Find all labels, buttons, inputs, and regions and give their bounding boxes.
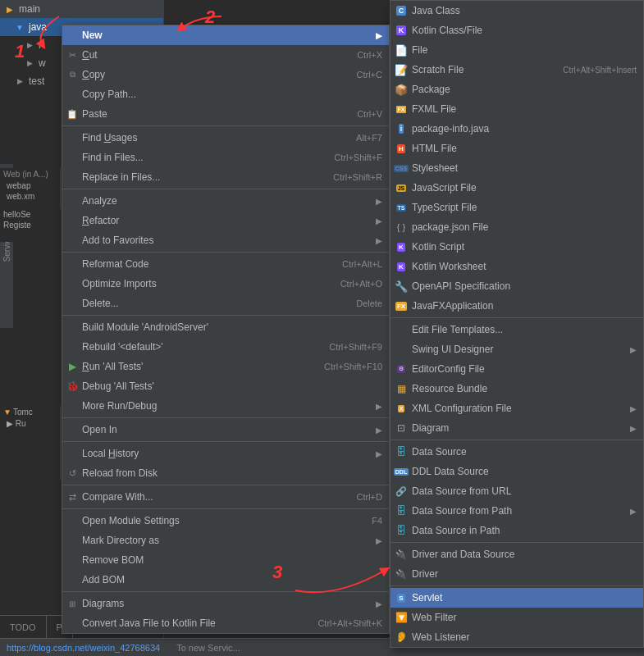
right-menu-package-info[interactable]: i package-info.java (391, 119, 643, 139)
right-menu-scratch-file[interactable]: 📝 Scratch File Ctrl+Alt+Shift+Insert (391, 60, 643, 80)
webapp-item: webap (0, 180, 60, 191)
right-menu-data-source[interactable]: 🗄 Data Source (391, 442, 643, 462)
menu-item-debug-tests[interactable]: 🐞 Debug 'All Tests' (62, 376, 389, 396)
right-menu-servlet[interactable]: S Servlet (391, 588, 643, 608)
menu-item-find-files[interactable]: Find in Files... Ctrl+Shift+F (62, 148, 389, 167)
run-icon: ▶ (66, 360, 79, 373)
java-class-icon: C (394, 3, 409, 18)
menu-item-copy-path[interactable]: Copy Path... (62, 84, 389, 104)
menu-item-copy[interactable]: ⧉ Copy Ctrl+C (62, 65, 389, 84)
driver-ds-icon: 🔌 (394, 547, 409, 562)
tree-item-main[interactable]: ▶ main (0, 0, 163, 18)
menu-item-refactor[interactable]: Refactor ▶ (62, 211, 389, 230)
java-class-label: Java Class (412, 5, 637, 16)
compare-icon: ⇄ (66, 490, 79, 503)
right-menu-kotlin-script[interactable]: K Kotlin Script (391, 237, 643, 257)
right-menu-resource-bundle[interactable]: ▦ Resource Bundle (391, 379, 643, 399)
convert-java-shortcut: Ctrl+Alt+Shift+K (317, 618, 382, 628)
menu-item-local-history[interactable]: Local History ▶ (62, 444, 389, 463)
menu-item-convert-java[interactable]: Convert Java File to Kotlin File Ctrl+Al… (62, 613, 389, 633)
refactor-arrow: ▶ (376, 216, 382, 226)
open-in-label: Open In (82, 424, 369, 435)
chevron-icon: ▶ (23, 57, 36, 70)
replace-files-label: Replace in Files... (82, 171, 317, 183)
xml-config-label: XML Configuration File (412, 403, 627, 414)
driver-label: Driver (412, 568, 637, 580)
tree-label: java (29, 21, 47, 33)
right-menu-java-class[interactable]: C Java Class (391, 1, 643, 20)
menu-item-rebuild[interactable]: Rebuild '<default>' Ctrl+Shift+F9 (62, 337, 389, 357)
right-menu-ts[interactable]: TS TypeScript File (391, 198, 643, 217)
menu-item-run-tests[interactable]: ▶ Run 'All Tests' Ctrl+Shift+F10 (62, 357, 389, 376)
right-menu-ddl-source[interactable]: DDL DDL Data Source (391, 462, 643, 481)
web-listener-label: Web Listener (412, 631, 637, 643)
right-menu-driver[interactable]: 🔌 Driver (391, 564, 643, 584)
right-menu-openapi[interactable]: 🔧 OpenAPI Specification (391, 276, 643, 296)
menu-item-favorites[interactable]: Add to Favorites ▶ (62, 230, 389, 250)
right-menu-diagram[interactable]: ⊡ Diagram ▶ (391, 418, 643, 438)
right-menu-package-json[interactable]: { } package.json File (391, 217, 643, 237)
kotlin-script-label: Kotlin Script (412, 241, 637, 253)
right-menu-editorconfig[interactable]: ⚙ EditorConfig File (391, 359, 643, 379)
menu-item-paste[interactable]: 📋 Paste Ctrl+V (62, 104, 389, 124)
menu-item-cut[interactable]: ✂ Cut Ctrl+X (62, 45, 389, 65)
right-separator-3 (391, 542, 643, 543)
right-menu-kotlin-ws[interactable]: K Kotlin Worksheet (391, 257, 643, 276)
right-menu-xml-config[interactable]: X XML Configuration File ▶ (391, 399, 643, 418)
menu-item-optimize[interactable]: Optimize Imports Ctrl+Alt+O (62, 274, 389, 294)
menu-item-module-settings[interactable]: Open Module Settings F4 (62, 511, 389, 531)
paste-shortcut: Ctrl+V (357, 109, 382, 119)
right-menu-html[interactable]: H HTML File (391, 139, 643, 158)
menu-item-remove-bom[interactable]: Remove BOM (62, 550, 389, 570)
menu-item-replace-files[interactable]: Replace in Files... Ctrl+Shift+R (62, 167, 389, 187)
menu-item-compare[interactable]: ⇄ Compare With... Ctrl+D (62, 487, 389, 507)
right-menu-web-listener[interactable]: 👂 Web Listener (391, 627, 643, 647)
right-menu-stylesheet[interactable]: CSS Stylesheet (391, 158, 643, 178)
local-history-arrow: ▶ (376, 449, 382, 458)
menu-item-build-module[interactable]: Build Module 'AndroidServer' (62, 317, 389, 337)
tab-todo[interactable]: TODO (0, 615, 47, 638)
menu-item-add-bom[interactable]: Add BOM (62, 570, 389, 590)
menu-item-diagrams[interactable]: ⊞ Diagrams ▶ (62, 594, 389, 613)
kotlin-class-label: Kotlin Class/File (412, 25, 637, 36)
refactor-label: Refactor (82, 215, 369, 226)
menu-item-more-run[interactable]: More Run/Debug ▶ (62, 396, 389, 416)
right-menu-source-in-path[interactable]: 🗄 Data Source in Path (391, 521, 643, 540)
separator-7 (62, 485, 389, 485)
menu-item-mark-directory[interactable]: Mark Directory as ▶ (62, 531, 389, 550)
editorconfig-icon: ⚙ (394, 362, 409, 376)
menu-item-reload-disk[interactable]: ↺ Reload from Disk (62, 463, 389, 483)
right-menu-driver-ds[interactable]: 🔌 Driver and Data Source (391, 544, 643, 564)
right-menu-file[interactable]: 📄 File (391, 40, 643, 60)
tree-label: w (39, 57, 46, 69)
right-menu-javafx[interactable]: FX JavaFXApplication (391, 296, 643, 316)
optimize-label: Optimize Imports (82, 278, 324, 289)
ddl-source-icon: DDL (394, 464, 409, 479)
right-menu-fxml[interactable]: FX FXML File (391, 99, 643, 119)
menu-item-open-in[interactable]: Open In ▶ (62, 420, 389, 440)
right-menu-source-url[interactable]: 🔗 Data Source from URL (391, 481, 643, 501)
xml-config-arrow: ▶ (630, 404, 637, 413)
right-menu-web-filter[interactable]: 🔽 Web Filter (391, 608, 643, 627)
folder-icon: ▼ (13, 20, 26, 34)
menu-item-reformat[interactable]: Reformat Code Ctrl+Alt+L (62, 254, 389, 274)
menu-item-delete[interactable]: Delete... Delete (62, 294, 389, 313)
favorites-label: Add to Favorites (82, 235, 369, 246)
driver-ds-label: Driver and Data Source (412, 549, 637, 560)
right-menu-edit-templates[interactable]: Edit File Templates... (391, 320, 643, 339)
build-module-label: Build Module 'AndroidServer' (82, 321, 382, 333)
right-menu-swing[interactable]: Swing UI Designer ▶ (391, 339, 643, 359)
right-menu-kotlin-class[interactable]: K Kotlin Class/File (391, 20, 643, 40)
right-menu-package[interactable]: 📦 Package (391, 80, 643, 99)
menu-item-analyze[interactable]: Analyze ▶ (62, 191, 389, 211)
copy-shortcut: Ctrl+C (357, 70, 382, 80)
right-menu-source-path[interactable]: 🗄 Data Source from Path ▶ (391, 501, 643, 521)
file-label: File (412, 44, 637, 56)
right-menu-js[interactable]: JS JavaScript File (391, 178, 643, 198)
menu-item-new[interactable]: New ▶ (62, 25, 389, 45)
tomcat-header: ▼ Tomc (0, 406, 60, 418)
menu-item-find-usages[interactable]: Find Usages Alt+F7 (62, 128, 389, 148)
hello-panel: helloSe Registe (0, 209, 61, 242)
separator-6 (62, 441, 389, 442)
module-settings-label: Open Module Settings (82, 515, 355, 526)
